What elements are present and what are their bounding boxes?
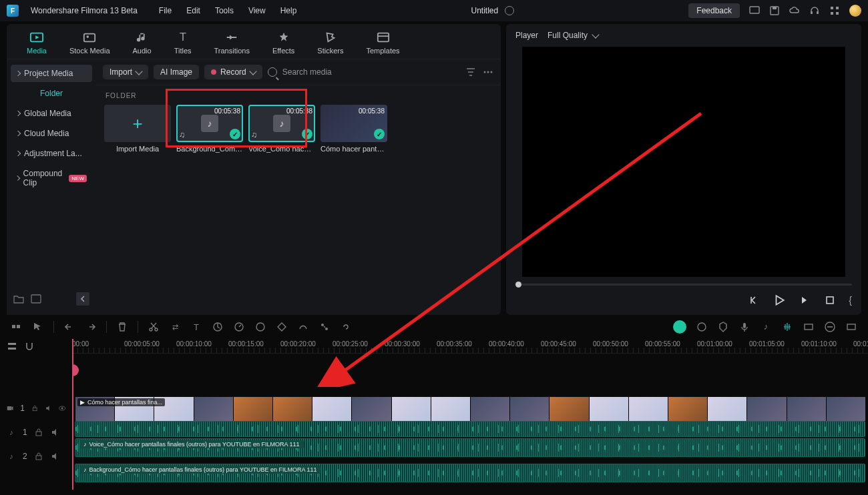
marker-menu-icon[interactable] [696, 321, 708, 333]
tab-transitions[interactable]: Transitions [210, 29, 254, 56]
eye-icon[interactable] [59, 404, 65, 413]
quality-dropdown[interactable]: Full Quality [548, 31, 598, 40]
menu-edit[interactable]: Edit [186, 6, 200, 15]
sidebar-compound-clip[interactable]: Compound ClipNEW [11, 165, 92, 191]
redo-icon[interactable] [85, 321, 97, 333]
sidebar-cloud-media[interactable]: Cloud Media [11, 125, 92, 142]
audio-clip-background[interactable]: ♪Background_Cómo hacer pantallas finales… [75, 464, 865, 482]
audio-track-1-header[interactable]: ♪ 1 [0, 420, 72, 444]
ai-image-button[interactable]: AI Image [154, 65, 199, 79]
speed-ramp-icon[interactable] [233, 321, 245, 333]
display-icon[interactable] [749, 5, 760, 16]
import-media-tile[interactable]: + Import Media [104, 105, 171, 153]
apps-icon[interactable] [829, 5, 840, 16]
video-track-header[interactable]: 1 [0, 396, 72, 420]
stop-button[interactable] [823, 294, 837, 307]
lock-icon[interactable] [31, 404, 38, 413]
speed-icon[interactable]: ⇄ [169, 321, 181, 333]
next-frame-button[interactable] [798, 294, 811, 307]
filter-icon[interactable] [465, 66, 477, 78]
headphones-icon[interactable] [809, 5, 820, 16]
search-input[interactable]: Search media [268, 67, 459, 77]
collapse-sidebar-button[interactable] [76, 292, 89, 306]
audio-track-2-header[interactable]: ♪ 2 [0, 444, 72, 468]
pointer-tool-icon[interactable] [32, 321, 44, 333]
mute-icon[interactable] [50, 452, 59, 461]
new-bin-icon[interactable] [31, 294, 41, 304]
audio-track-1[interactable]: ♪Voice_Cómo hacer pantallas finales (out… [72, 438, 868, 457]
scrubber-handle[interactable] [515, 282, 521, 288]
video-track-num: 1 [20, 404, 25, 413]
preview-scrubber[interactable] [515, 284, 852, 286]
sidebar-global-media[interactable]: Global Media [11, 105, 92, 122]
undo-icon[interactable] [63, 321, 75, 333]
lock-icon[interactable] [34, 452, 43, 461]
media-caption: Cómo hacer pantallas ... [320, 145, 387, 153]
mask-icon[interactable] [297, 321, 309, 333]
video-clip-audio[interactable] [75, 421, 865, 437]
audio-mixer-icon[interactable]: ♪ [760, 321, 772, 333]
marker-icon[interactable] [717, 321, 729, 333]
audio-track-2[interactable]: ♪Background_Cómo hacer pantallas finales… [72, 464, 868, 482]
tab-templates[interactable]: Templates [362, 29, 403, 56]
menu-help[interactable]: Help [280, 6, 297, 15]
new-folder-icon[interactable] [13, 294, 24, 304]
autosave-icon[interactable] [505, 6, 514, 15]
audio-clip-voice[interactable]: ♪Voice_Cómo hacer pantallas finales (out… [75, 438, 865, 457]
ruler-tick: 00:00:05:00 [124, 340, 160, 348]
select-tool-icon[interactable] [11, 321, 23, 333]
tab-stock-media[interactable]: Stock Media [65, 29, 114, 56]
tab-audio[interactable]: Audio [129, 29, 156, 56]
lock-icon[interactable] [34, 428, 43, 437]
sidebar-folder[interactable]: Folder [11, 85, 92, 102]
ai-copilot-icon[interactable] [673, 320, 686, 334]
video-track[interactable]: ▶ Cómo hacer pantallas fina... [72, 397, 868, 421]
sidebar-cloud-label: Cloud Media [24, 129, 69, 138]
link-icon[interactable] [340, 321, 352, 333]
cloud-icon[interactable] [789, 5, 800, 16]
zoom-out-icon[interactable] [824, 321, 836, 333]
video-clip[interactable]: ▶ Cómo hacer pantallas fina... [75, 397, 865, 421]
menu-tools[interactable]: Tools [215, 6, 234, 15]
svg-rect-16 [31, 295, 41, 303]
record-dropdown[interactable]: Record [204, 65, 262, 79]
mute-icon[interactable] [50, 428, 59, 437]
save-icon[interactable] [769, 5, 780, 16]
play-button[interactable] [773, 294, 786, 307]
crop-icon[interactable] [212, 321, 224, 333]
adjust-icon[interactable] [318, 321, 331, 333]
more-icon[interactable] [482, 66, 494, 78]
user-avatar[interactable] [849, 5, 861, 17]
cut-icon[interactable] [148, 321, 160, 333]
tab-media[interactable]: Media [23, 29, 51, 56]
menu-file[interactable]: File [159, 6, 172, 15]
zoom-fit-icon[interactable] [845, 321, 857, 333]
mute-icon[interactable] [45, 404, 51, 413]
color-icon[interactable] [254, 321, 266, 333]
timeline-tracks[interactable]: 00:0000:00:05:0000:00:10:0000:00:15:0000… [72, 339, 868, 490]
track-options-icon[interactable] [7, 341, 17, 352]
media-item-voice-audio[interactable]: 00:05:38 ♪ ♫ ✓ Voice_Cómo hacer pa... [248, 105, 315, 153]
magnet-icon[interactable] [24, 341, 35, 352]
media-item-video[interactable]: 00:05:38 ✓ Cómo hacer pantallas ... [320, 105, 387, 153]
playhead[interactable] [72, 339, 73, 490]
preview-canvas[interactable] [522, 47, 845, 277]
menu-view[interactable]: View [248, 6, 266, 15]
import-dropdown[interactable]: Import [103, 65, 148, 79]
prev-frame-button[interactable] [747, 294, 761, 307]
audio-stretch-icon[interactable] [781, 321, 793, 333]
sidebar-adjustment-layer[interactable]: Adjustment La... [11, 145, 92, 162]
sidebar-project-media[interactable]: Project Media [11, 65, 92, 82]
text-tool-icon[interactable]: T [190, 321, 202, 333]
delete-icon[interactable] [116, 321, 128, 333]
render-icon[interactable] [803, 321, 815, 333]
tab-stickers[interactable]: Stickers [313, 29, 347, 56]
snapshot-button[interactable]: { [849, 295, 852, 306]
tab-titles[interactable]: T Titles [170, 29, 196, 56]
voiceover-icon[interactable] [738, 321, 750, 333]
tab-effects[interactable]: Effects [268, 29, 298, 56]
timeline-ruler[interactable]: 00:0000:00:05:0000:00:10:0000:00:15:0000… [72, 339, 868, 354]
feedback-button[interactable]: Feedback [688, 3, 740, 18]
media-item-background-audio[interactable]: 00:05:38 ♪ ♫ ✓ Background_Cómo ha... [176, 105, 243, 153]
keyframe-icon[interactable] [276, 321, 288, 333]
